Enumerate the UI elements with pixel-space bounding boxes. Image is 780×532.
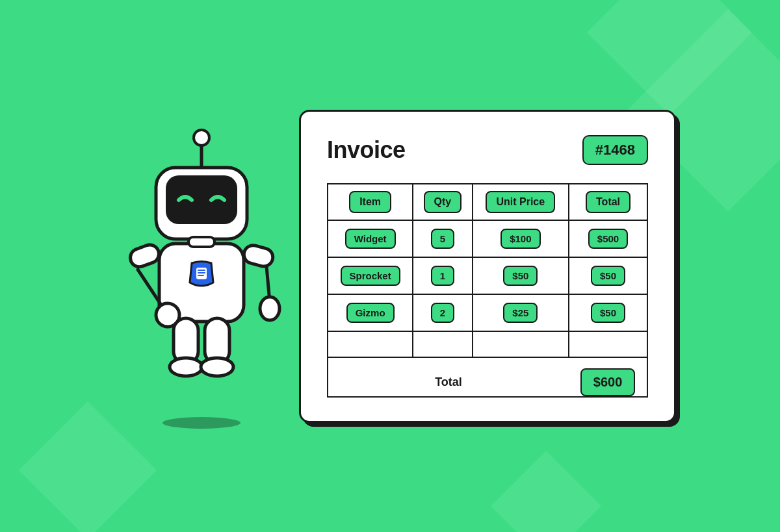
- table-row: Sprocket 1 $50 $50: [328, 257, 647, 294]
- row1-item: Widget: [328, 220, 413, 257]
- robot-illustration: [104, 104, 299, 429]
- main-scene: Invoice #1468 Item Qty Unit Price Total: [104, 104, 676, 429]
- row2-total: $50: [569, 257, 647, 294]
- header-total-badge: Total: [586, 191, 630, 213]
- row2-unit-price-badge: $50: [503, 266, 538, 286]
- svg-rect-9: [242, 243, 275, 268]
- header-total: Total: [569, 184, 647, 220]
- row3-item-badge: Gizmo: [346, 303, 395, 323]
- row2-unit-price: $50: [473, 257, 569, 294]
- row1-item-badge: Widget: [345, 229, 396, 249]
- empty-row: [328, 331, 647, 357]
- row3-unit-price: $25: [473, 294, 569, 331]
- table-row: Gizmo 2 $25 $50: [328, 294, 647, 331]
- svg-rect-16: [188, 237, 214, 247]
- row3-qty-badge: 2: [431, 303, 454, 323]
- row3-qty: 2: [413, 294, 472, 331]
- row2-item: Sprocket: [328, 257, 413, 294]
- row1-unit-price: $100: [473, 220, 569, 257]
- row1-total: $500: [569, 220, 647, 257]
- header-unit-price-badge: Unit Price: [486, 191, 555, 213]
- invoice-board: Invoice #1468 Item Qty Unit Price Total: [299, 110, 676, 423]
- table-header-row: Item Qty Unit Price Total: [328, 184, 647, 220]
- row3-total-badge: $50: [591, 303, 625, 323]
- row3-total: $50: [569, 294, 647, 331]
- total-label: Total: [328, 357, 569, 397]
- header-item: Item: [328, 184, 413, 220]
- row2-qty-badge: 1: [431, 266, 454, 286]
- total-value-cell: $600: [569, 357, 647, 397]
- robot-shadow: [162, 417, 240, 429]
- row1-unit-price-badge: $100: [500, 229, 540, 249]
- svg-point-15: [201, 358, 233, 376]
- invoice-header: Invoice #1468: [327, 135, 648, 165]
- row3-unit-price-badge: $25: [503, 303, 538, 323]
- header-unit-price: Unit Price: [473, 184, 569, 220]
- svg-point-13: [170, 358, 202, 376]
- invoice-table: Item Qty Unit Price Total Widget: [327, 183, 648, 398]
- robot-svg: [110, 123, 292, 422]
- svg-rect-6: [128, 242, 162, 269]
- svg-point-11: [260, 297, 280, 320]
- svg-rect-3: [166, 175, 237, 224]
- row2-total-badge: $50: [591, 266, 625, 286]
- row1-qty-badge: 5: [431, 229, 454, 249]
- header-qty-badge: Qty: [424, 191, 462, 213]
- total-value-badge: $600: [580, 368, 636, 396]
- total-row: Total $600: [328, 357, 647, 397]
- row1-total-badge: $500: [588, 229, 628, 249]
- header-item-badge: Item: [349, 191, 391, 213]
- invoice-title: Invoice: [327, 136, 406, 164]
- row2-qty: 1: [413, 257, 472, 294]
- row2-item-badge: Sprocket: [341, 266, 400, 286]
- row1-qty: 5: [413, 220, 472, 257]
- svg-point-1: [194, 130, 209, 146]
- header-qty: Qty: [413, 184, 472, 220]
- invoice-number: #1468: [582, 135, 648, 165]
- row3-item: Gizmo: [328, 294, 413, 331]
- table-row: Widget 5 $100 $500: [328, 220, 647, 257]
